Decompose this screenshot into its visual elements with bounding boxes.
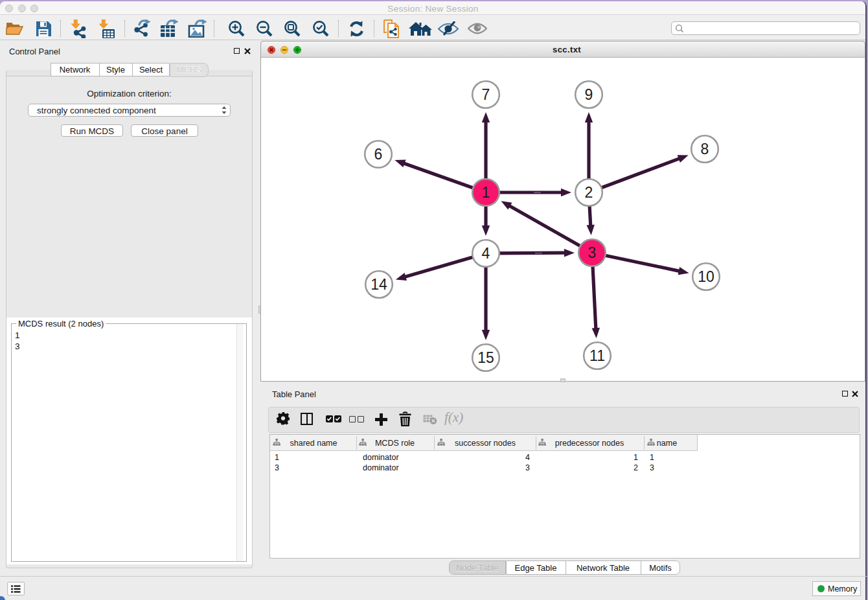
svg-text:3: 3	[588, 244, 597, 261]
svg-text:9: 9	[585, 86, 593, 103]
svg-text:4: 4	[482, 245, 490, 262]
svg-text:10: 10	[698, 268, 714, 285]
svg-text:7: 7	[482, 86, 490, 103]
svg-text:6: 6	[374, 146, 383, 163]
svg-text:1: 1	[482, 184, 490, 201]
svg-text:2: 2	[585, 184, 593, 201]
svg-text:15: 15	[477, 349, 494, 366]
svg-text:8: 8	[701, 141, 709, 157]
svg-text:11: 11	[589, 347, 605, 364]
svg-text:14: 14	[371, 276, 387, 293]
